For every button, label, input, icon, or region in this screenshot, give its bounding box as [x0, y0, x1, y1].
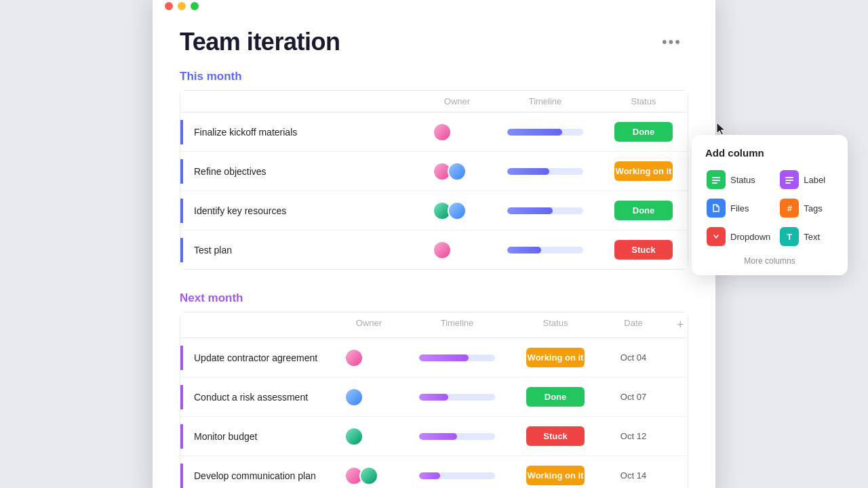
empty-cell [667, 430, 688, 443]
col-option-text[interactable]: T Text [778, 225, 834, 248]
task-name: Update contractor agreement [180, 346, 335, 370]
col-option-files[interactable]: Files [705, 197, 772, 220]
timeline-cell [491, 122, 599, 142]
col-option-label: Dropdown [730, 232, 770, 242]
table-row: Update contractor agreement Working on i… [180, 338, 688, 378]
th-owner: Owner [423, 91, 491, 112]
svg-rect-0 [712, 177, 720, 178]
task-name: Monitor budget [180, 424, 335, 449]
app-window: Team iteration ••• This month Owner Time… [153, 0, 715, 488]
table-row: Develop communication plan Working on it… [180, 456, 688, 488]
col-option-label: Tags [804, 203, 822, 214]
empty-cell [667, 390, 688, 404]
col-option-status[interactable]: Status [705, 168, 772, 191]
timeline-cell [403, 426, 511, 447]
status-badge: Done [614, 201, 673, 220]
files-icon [707, 199, 726, 218]
th-timeline: Timeline [491, 91, 599, 112]
status-badge: Working on it [526, 466, 585, 485]
timeline-cell [403, 387, 511, 407]
task-name: Refine objectives [180, 159, 423, 184]
empty-cell [667, 469, 688, 483]
col-option-dropdown[interactable]: Dropdown [705, 225, 772, 248]
th-status: Status [599, 91, 688, 112]
th-date: Date [599, 312, 667, 338]
next-month-table: Owner Timeline Status Date + Update cont… [180, 312, 688, 488]
timeline-cell [403, 466, 511, 486]
this-month-table: Owner Timeline Status Finalize kickoff m… [180, 90, 688, 270]
dot-green[interactable] [191, 2, 199, 10]
text-icon: T [780, 227, 799, 246]
date-cell: Oct 07 [599, 385, 667, 409]
status-cell: Working on it [599, 152, 688, 190]
col-option-label[interactable]: Label [778, 168, 834, 191]
svg-rect-5 [785, 182, 791, 184]
col-option-label: Label [804, 175, 825, 185]
status-cell: Done [599, 191, 688, 230]
status-cell: Stuck [599, 230, 688, 269]
status-cell: Working on it [511, 456, 599, 488]
titlebar [153, 0, 715, 16]
timeline-cell [491, 201, 599, 221]
svg-rect-2 [712, 182, 717, 184]
more-button[interactable]: ••• [655, 30, 688, 54]
empty-cell [667, 351, 688, 365]
status-badge: Working on it [526, 348, 585, 367]
dropdown-icon [707, 227, 726, 246]
timeline-cell [491, 240, 599, 260]
th-owner: Owner [335, 312, 403, 338]
this-month-header: Owner Timeline Status [180, 91, 688, 113]
next-month-section: Next month Owner Timeline Status Date + … [153, 285, 715, 488]
cursor [715, 121, 729, 135]
avatar [433, 123, 452, 142]
avatar [344, 348, 363, 367]
add-column-popup: Add column Status Label File [692, 135, 848, 275]
status-badge: Stuck [526, 426, 585, 446]
column-options-grid: Status Label Files # Tags [705, 168, 834, 248]
this-month-title: This month [180, 70, 688, 83]
date-cell: Oct 12 [599, 424, 667, 448]
date-cell: Oct 14 [599, 464, 667, 487]
owner-cell [423, 234, 491, 266]
add-column-button[interactable]: + [667, 312, 688, 338]
table-row: Refine objectives Working on it [180, 152, 688, 191]
timeline-cell [403, 348, 511, 368]
avatar [448, 201, 467, 220]
label-icon [780, 170, 799, 189]
avatar [344, 388, 363, 407]
tags-icon: # [780, 199, 799, 218]
status-cell: Stuck [511, 417, 599, 455]
timeline-cell [491, 161, 599, 182]
status-icon [707, 170, 726, 189]
more-columns-link[interactable]: More columns [705, 256, 834, 266]
status-badge: Stuck [614, 240, 673, 260]
avatar [448, 162, 467, 181]
col-option-tags[interactable]: # Tags [778, 197, 834, 220]
th-task [180, 91, 423, 112]
status-cell: Working on it [511, 338, 599, 377]
dot-red[interactable] [165, 2, 173, 10]
status-cell: Done [511, 378, 599, 416]
avatar [359, 466, 378, 485]
status-badge: Done [614, 122, 673, 142]
table-row: Test plan Stuck [180, 230, 688, 269]
dot-yellow[interactable] [178, 2, 186, 10]
table-row: Monitor budget Stuck Oct 12 [180, 417, 688, 456]
task-name: Test plan [180, 238, 423, 262]
col-option-label: Files [730, 203, 749, 214]
col-option-label: Status [730, 175, 755, 185]
owner-cell [335, 460, 403, 489]
owner-cell [335, 381, 403, 413]
status-badge: Done [526, 387, 585, 407]
owner-cell [335, 420, 403, 453]
owner-cell [423, 116, 491, 148]
task-name: Finalize kickoff materials [180, 120, 423, 144]
avatar [344, 427, 363, 446]
next-month-title: Next month [180, 291, 688, 305]
col-option-label: Text [804, 232, 820, 242]
next-month-header: Owner Timeline Status Date + [180, 312, 688, 338]
task-name: Identify key resources [180, 199, 423, 223]
svg-rect-3 [785, 177, 793, 178]
table-row: Finalize kickoff materials Done [180, 113, 688, 152]
task-name: Conduct a risk assessment [180, 385, 335, 409]
